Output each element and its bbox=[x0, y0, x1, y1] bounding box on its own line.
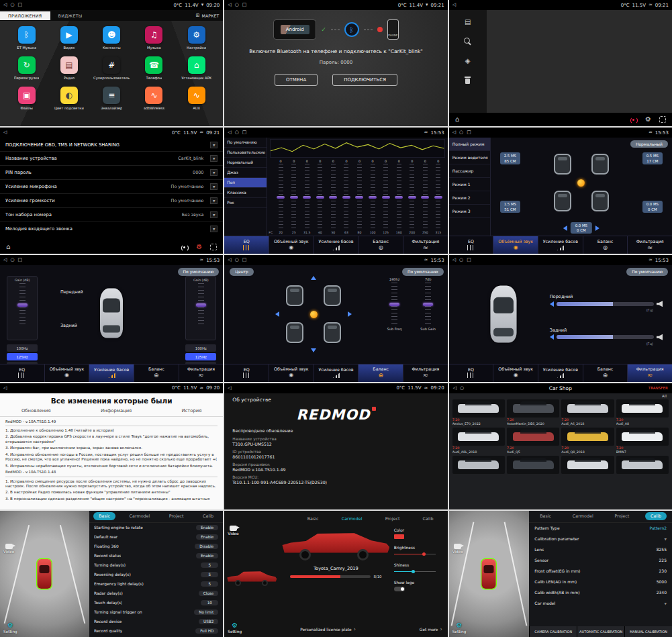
setting-value[interactable]: Enable bbox=[196, 553, 218, 558]
balance-pad[interactable] bbox=[286, 285, 341, 343]
eq-band[interactable]: 0 50 bbox=[327, 159, 340, 235]
tab[interactable]: Project bbox=[380, 515, 405, 523]
eq-band[interactable]: 0 160 bbox=[392, 159, 405, 235]
eq-band[interactable]: 0 100 bbox=[366, 159, 379, 235]
setting-row[interactable]: Reversing delay(s) 5 bbox=[89, 570, 223, 579]
calib-value[interactable]: 2340 bbox=[657, 590, 667, 595]
car-item[interactable]: 7.20 AstonMartin_DBS_2020 bbox=[507, 399, 559, 426]
app-item[interactable]: ∿ adbWireless bbox=[133, 87, 175, 110]
carmodel-control[interactable]: Color bbox=[394, 528, 442, 539]
seat-front-right[interactable] bbox=[591, 154, 609, 175]
dropdown-caret-icon[interactable] bbox=[210, 155, 218, 162]
calibration-button[interactable]: CAMERA CALIBRATION bbox=[529, 626, 577, 637]
app-item[interactable]: ▣ Файлы bbox=[5, 87, 48, 110]
home-icon[interactable] bbox=[455, 116, 459, 123]
slider-track[interactable] bbox=[425, 283, 431, 326]
eq-band[interactable]: 0 80 bbox=[353, 159, 367, 235]
setting-value[interactable]: Full HD bbox=[195, 628, 218, 634]
audio-tab[interactable]: Баланс bbox=[583, 236, 628, 254]
setting-row[interactable]: Radar delay(s) Close bbox=[89, 589, 223, 598]
calib-value[interactable]: Pattern2 bbox=[650, 526, 667, 530]
setting-row[interactable]: Default rear Enable bbox=[89, 532, 223, 542]
dropdown-caret-icon[interactable] bbox=[210, 183, 218, 190]
tab[interactable]: Carmodel bbox=[567, 512, 599, 520]
setting-chip[interactable]: Setting bbox=[228, 622, 242, 634]
nav-home-icon[interactable] bbox=[235, 3, 239, 7]
band-knob[interactable] bbox=[355, 196, 363, 199]
slider-knob[interactable] bbox=[196, 303, 206, 307]
setting-row[interactable]: Floating 360 Disable bbox=[89, 542, 223, 551]
nav-back-icon[interactable] bbox=[452, 130, 456, 135]
nav-recents-icon[interactable] bbox=[242, 130, 247, 135]
screenshot-icon[interactable] bbox=[659, 116, 666, 123]
settings-row[interactable]: Усиление микрофона По умолчанию bbox=[0, 179, 223, 193]
app-item[interactable]: ∿ AUX bbox=[175, 87, 218, 110]
calib-row[interactable]: Calibration parameter bbox=[529, 534, 672, 544]
listening-position-dot[interactable] bbox=[577, 179, 585, 187]
playlist-edit-icon[interactable] bbox=[465, 18, 471, 26]
band-knob[interactable] bbox=[395, 196, 403, 199]
audio-tab[interactable]: Фильтрация bbox=[627, 364, 672, 382]
nav-home-icon[interactable] bbox=[10, 3, 14, 7]
nav-back-icon[interactable] bbox=[3, 258, 7, 262]
changelog-tab[interactable]: Информация bbox=[98, 407, 134, 415]
audio-tab[interactable]: Фильтрация bbox=[403, 364, 448, 382]
center-button[interactable]: Центр bbox=[230, 268, 254, 275]
seat-front-right[interactable] bbox=[324, 285, 341, 306]
video-chip[interactable]: Video bbox=[228, 526, 238, 536]
mode-item[interactable]: Пассажир bbox=[449, 164, 490, 178]
nav-recents-icon[interactable] bbox=[467, 258, 471, 262]
tab-widgets[interactable]: ВИДЖЕТЫ bbox=[50, 11, 91, 20]
nav-back-icon[interactable] bbox=[3, 130, 7, 135]
car-item[interactable] bbox=[561, 456, 614, 479]
filter-slider[interactable] bbox=[550, 301, 663, 307]
car-item[interactable]: 7.20 Audi_Q5 bbox=[507, 428, 559, 454]
setting-row[interactable]: Touch delay(s) 10 bbox=[89, 598, 223, 607]
preset-item[interactable]: Рок bbox=[224, 198, 267, 208]
setting-row[interactable]: Turning signal trigger on No limit bbox=[89, 607, 223, 617]
increase-arrow[interactable] bbox=[595, 226, 599, 231]
default-button[interactable]: По умолчанию bbox=[402, 268, 444, 275]
seat-front-left[interactable] bbox=[554, 154, 571, 175]
nav-recents-icon[interactable] bbox=[242, 258, 247, 262]
tab[interactable]: Basic bbox=[93, 512, 115, 520]
tab[interactable]: Basic bbox=[534, 512, 557, 520]
preset-button[interactable]: Нормальный bbox=[630, 140, 668, 148]
app-item[interactable]: # Суперпользователь bbox=[91, 56, 133, 80]
up-arrow[interactable] bbox=[311, 276, 316, 280]
control-widget[interactable] bbox=[394, 569, 436, 574]
car-item[interactable] bbox=[616, 456, 669, 479]
setting-row[interactable]: Record quality Full HD bbox=[89, 626, 223, 636]
audio-tab[interactable]: Усиление басов bbox=[314, 236, 358, 254]
eq-band[interactable]: 0 315 bbox=[432, 159, 445, 235]
carmodel-control[interactable]: Shiness bbox=[394, 563, 442, 574]
default-button[interactable]: По умолчанию bbox=[626, 268, 668, 275]
slider-track[interactable] bbox=[557, 302, 654, 306]
band-knob[interactable] bbox=[382, 196, 390, 199]
nav-home-icon[interactable] bbox=[235, 258, 239, 262]
nav-back-icon[interactable] bbox=[228, 386, 231, 391]
band-slider[interactable] bbox=[357, 164, 362, 230]
tab[interactable]: Project bbox=[164, 512, 189, 520]
seat-rear-right[interactable] bbox=[591, 191, 609, 211]
calib-row[interactable]: Front offset(EG in mm) 230 bbox=[529, 566, 672, 577]
eq-band[interactable]: 0 250 bbox=[419, 159, 432, 235]
audio-tab[interactable]: Объёмный звук bbox=[44, 364, 89, 382]
setting-chip[interactable]: Setting bbox=[3, 622, 17, 634]
car-item[interactable] bbox=[452, 456, 505, 479]
carmodel-control[interactable]: Show logo bbox=[394, 581, 442, 591]
tab[interactable]: Carmodel bbox=[336, 515, 368, 523]
calibration-button[interactable]: AUTOMATIC CALIBRATION bbox=[577, 626, 624, 637]
calib-value[interactable] bbox=[665, 601, 667, 605]
audio-tab[interactable]: EQ bbox=[224, 236, 269, 254]
eq-band[interactable]: 0 40 bbox=[314, 159, 327, 235]
setting-row[interactable]: Turning delay(s) 5 bbox=[89, 560, 223, 570]
nav-recents-icon[interactable] bbox=[18, 258, 23, 262]
setting-value[interactable]: Enable bbox=[196, 534, 218, 540]
setting-row[interactable]: Record device USB2 bbox=[89, 617, 223, 626]
link[interactable]: Personalized license plate bbox=[300, 627, 356, 632]
trash-icon[interactable] bbox=[465, 77, 471, 84]
transfer-button[interactable]: TRANSFER bbox=[649, 386, 668, 390]
band-slider[interactable] bbox=[279, 164, 283, 230]
audio-tab[interactable]: Усиление басов bbox=[538, 236, 583, 254]
